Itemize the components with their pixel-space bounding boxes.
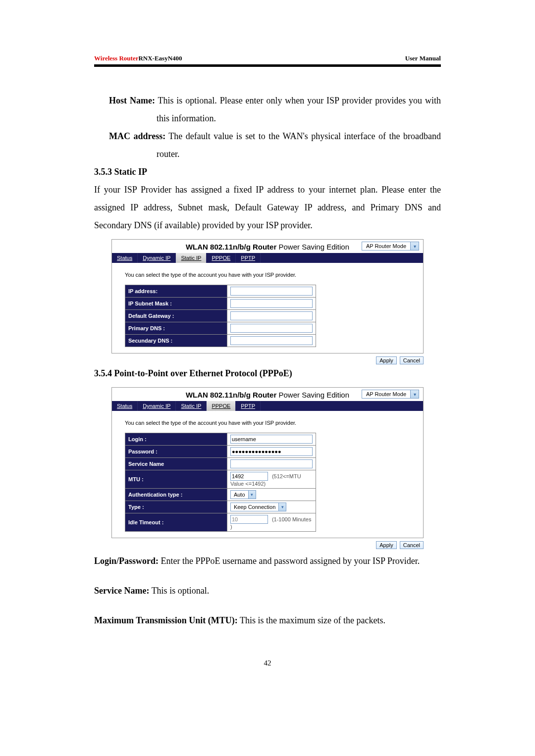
auth-type-value: Auto: [231, 491, 248, 499]
pppoe-form: Login : Password : Service Name MTU : (5…: [125, 433, 316, 532]
brand-text: Wireless Router: [94, 54, 138, 62]
service-name-text: This is optional.: [149, 586, 209, 596]
host-name-label: Host Name:: [109, 96, 155, 105]
field-label: MTU :: [125, 470, 227, 489]
password-input[interactable]: [230, 447, 313, 456]
tab-pppoe[interactable]: PPPOE: [207, 253, 236, 263]
static-ip-intro: If your ISP Provider has assigned a fixe…: [94, 181, 441, 234]
chevron-down-icon: ▾: [410, 390, 419, 398]
mac-label: MAC address:: [109, 131, 165, 141]
mode-select[interactable]: AP Router Mode ▾: [362, 242, 419, 251]
tab-pptp[interactable]: PPTP: [236, 253, 261, 263]
subnet-mask-input[interactable]: [230, 299, 313, 308]
doc-header: Wireless RouterRNX-EasyN400 User Manual: [94, 54, 441, 62]
apply-button[interactable]: Apply: [376, 541, 397, 549]
idle-timeout-input[interactable]: [230, 515, 268, 524]
ip-address-input[interactable]: [230, 287, 313, 296]
tab-pppoe[interactable]: PPPOE: [207, 401, 236, 411]
mtu-body-label: Maximum Transmission Unit (MTU):: [94, 615, 238, 625]
router-title-bold: WLAN 802.11n/b/g Router: [186, 391, 276, 399]
login-pw-label: Login/Password:: [94, 556, 159, 566]
model-text: RNX-EasyN400: [138, 54, 182, 62]
cancel-button[interactable]: Cancel: [400, 356, 424, 364]
section-heading-static-ip: 3.5.3 Static IP: [94, 163, 441, 181]
tab-pptp[interactable]: PPTP: [236, 401, 261, 411]
chevron-down-icon: ▾: [248, 491, 256, 499]
tab-dynamic-ip[interactable]: Dynamic IP: [138, 253, 176, 263]
host-name-text: This is optional. Please enter only when…: [155, 96, 441, 123]
service-name-label: Service Name:: [94, 586, 149, 596]
mode-select-label: AP Router Mode: [362, 390, 410, 398]
router-title-bold: WLAN 802.11n/b/g Router: [186, 243, 276, 251]
mac-text: The default value is set to the WAN's ph…: [157, 131, 441, 159]
login-input[interactable]: [230, 435, 313, 444]
field-label: Primary DNS :: [125, 322, 227, 335]
mtu-input[interactable]: [230, 472, 268, 481]
secondary-dns-input[interactable]: [230, 336, 313, 345]
field-label: IP Subnet Mask :: [125, 298, 227, 310]
pppoe-panel: WLAN 802.11n/b/g Router Power Saving Edi…: [111, 387, 424, 538]
default-gateway-input[interactable]: [230, 311, 313, 320]
field-label: Type :: [125, 501, 227, 513]
panel-intro: You can select the type of the account y…: [125, 272, 410, 278]
field-label: Service Name: [125, 458, 227, 470]
tab-status[interactable]: Status: [112, 401, 138, 411]
field-label: Password :: [125, 446, 227, 458]
router-title-rest: Power Saving Edition: [276, 391, 349, 399]
static-ip-form: IP address: IP Subnet Mask : Default Gat…: [125, 285, 316, 347]
login-pw-text: Enter the PPPoE username and password as…: [159, 556, 420, 566]
chevron-down-icon: ▾: [278, 503, 286, 511]
service-name-input[interactable]: [230, 459, 313, 468]
type-select[interactable]: Keep Connection ▾: [230, 503, 286, 511]
type-value: Keep Connection: [231, 503, 278, 511]
field-label: Login :: [125, 433, 227, 446]
header-right: User Manual: [405, 54, 441, 62]
auth-type-select[interactable]: Auto ▾: [230, 490, 256, 499]
field-label: Idle Timeout :: [125, 513, 227, 532]
primary-dns-input[interactable]: [230, 324, 313, 333]
tab-dynamic-ip[interactable]: Dynamic IP: [138, 401, 176, 411]
cancel-button[interactable]: Cancel: [400, 541, 424, 549]
mtu-body-text: This is the maximum size of the packets.: [238, 615, 385, 625]
mode-select[interactable]: AP Router Mode ▾: [362, 390, 419, 399]
section-heading-pppoe: 3.5.4 Point-to-Point over Ethernet Proto…: [94, 364, 441, 382]
mode-select-label: AP Router Mode: [362, 242, 410, 250]
field-label: Secundary DNS :: [125, 335, 227, 347]
tab-row: Status Dynamic IP Static IP PPPOE PPTP: [112, 253, 423, 263]
router-title-rest: Power Saving Edition: [276, 243, 349, 251]
tab-static-ip[interactable]: Static IP: [176, 253, 207, 263]
field-label: IP address:: [125, 285, 227, 298]
tab-static-ip[interactable]: Static IP: [176, 401, 207, 411]
chevron-down-icon: ▾: [410, 242, 419, 250]
tab-status[interactable]: Status: [112, 253, 138, 263]
field-label: Authentication type :: [125, 489, 227, 501]
header-rule: [94, 64, 441, 67]
field-label: Default Gateway :: [125, 310, 227, 322]
apply-button[interactable]: Apply: [376, 356, 397, 364]
tab-row: Status Dynamic IP Static IP PPPOE PPTP: [112, 401, 423, 411]
page-number: 42: [94, 659, 441, 667]
static-ip-panel: WLAN 802.11n/b/g Router Power Saving Edi…: [111, 239, 424, 353]
panel-intro: You can select the type of the account y…: [125, 420, 410, 426]
